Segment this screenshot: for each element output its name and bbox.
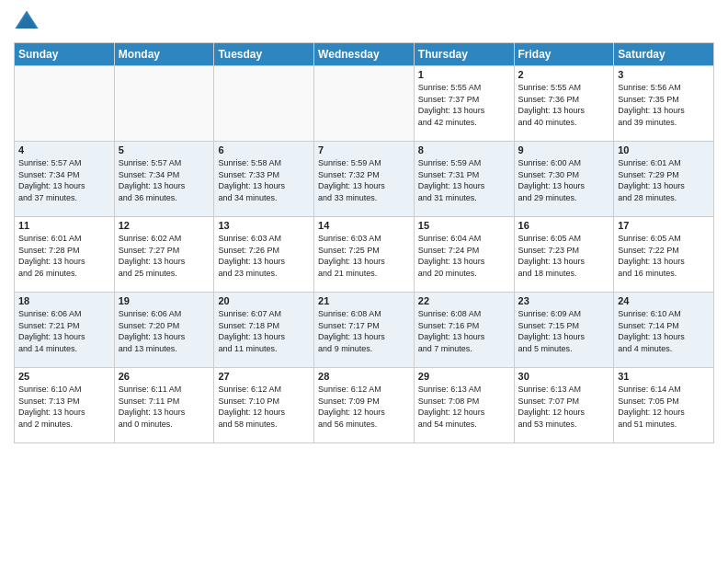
- calendar-cell: 26Sunrise: 6:11 AM Sunset: 7:11 PM Dayli…: [114, 368, 214, 443]
- day-info: Sunrise: 5:55 AM Sunset: 7:37 PM Dayligh…: [418, 82, 510, 128]
- week-row-3: 11Sunrise: 6:01 AM Sunset: 7:28 PM Dayli…: [15, 217, 714, 293]
- day-number: 20: [218, 295, 310, 306]
- day-number: 3: [618, 69, 710, 80]
- day-number: 22: [418, 295, 510, 306]
- day-info: Sunrise: 5:57 AM Sunset: 7:34 PM Dayligh…: [18, 157, 110, 203]
- calendar-cell: 5Sunrise: 5:57 AM Sunset: 7:34 PM Daylig…: [114, 142, 214, 217]
- day-info: Sunrise: 6:14 AM Sunset: 7:05 PM Dayligh…: [618, 384, 710, 430]
- day-info: Sunrise: 6:04 AM Sunset: 7:24 PM Dayligh…: [418, 233, 510, 279]
- day-number: 13: [218, 220, 310, 231]
- week-row-2: 4Sunrise: 5:57 AM Sunset: 7:34 PM Daylig…: [15, 142, 714, 217]
- day-info: Sunrise: 6:11 AM Sunset: 7:11 PM Dayligh…: [119, 384, 210, 430]
- calendar-cell: 27Sunrise: 6:12 AM Sunset: 7:10 PM Dayli…: [214, 368, 314, 443]
- day-info: Sunrise: 6:12 AM Sunset: 7:10 PM Dayligh…: [218, 384, 310, 430]
- calendar-cell: 4Sunrise: 5:57 AM Sunset: 7:34 PM Daylig…: [15, 142, 115, 217]
- calendar-cell: 31Sunrise: 6:14 AM Sunset: 7:05 PM Dayli…: [614, 368, 714, 443]
- calendar-cell: 25Sunrise: 6:10 AM Sunset: 7:13 PM Dayli…: [15, 368, 115, 443]
- calendar-cell: 15Sunrise: 6:04 AM Sunset: 7:24 PM Dayli…: [414, 217, 514, 293]
- day-info: Sunrise: 6:05 AM Sunset: 7:23 PM Dayligh…: [518, 233, 610, 279]
- day-number: 1: [418, 69, 510, 80]
- day-info: Sunrise: 6:07 AM Sunset: 7:18 PM Dayligh…: [218, 308, 310, 354]
- day-info: Sunrise: 6:02 AM Sunset: 7:27 PM Dayligh…: [119, 233, 210, 279]
- calendar-cell: 8Sunrise: 5:59 AM Sunset: 7:31 PM Daylig…: [414, 142, 514, 217]
- day-number: 21: [318, 295, 410, 306]
- day-number: 8: [418, 144, 510, 155]
- day-header-tuesday: Tuesday: [214, 43, 314, 66]
- day-number: 30: [518, 371, 610, 382]
- calendar-cell: 1Sunrise: 5:55 AM Sunset: 7:37 PM Daylig…: [414, 66, 514, 142]
- day-number: 17: [618, 220, 710, 231]
- day-info: Sunrise: 6:13 AM Sunset: 7:08 PM Dayligh…: [418, 384, 510, 430]
- day-info: Sunrise: 6:10 AM Sunset: 7:14 PM Dayligh…: [618, 308, 710, 354]
- calendar-cell: 14Sunrise: 6:03 AM Sunset: 7:25 PM Dayli…: [314, 217, 415, 293]
- calendar-cell: 13Sunrise: 6:03 AM Sunset: 7:26 PM Dayli…: [214, 217, 314, 293]
- day-number: 15: [418, 220, 510, 231]
- day-number: 29: [418, 371, 510, 382]
- day-number: 5: [119, 144, 210, 155]
- day-info: Sunrise: 6:01 AM Sunset: 7:29 PM Dayligh…: [618, 157, 710, 203]
- calendar-cell: 12Sunrise: 6:02 AM Sunset: 7:27 PM Dayli…: [114, 217, 214, 293]
- calendar-cell: 10Sunrise: 6:01 AM Sunset: 7:29 PM Dayli…: [614, 142, 714, 217]
- day-info: Sunrise: 5:59 AM Sunset: 7:31 PM Dayligh…: [418, 157, 510, 203]
- week-row-5: 25Sunrise: 6:10 AM Sunset: 7:13 PM Dayli…: [15, 368, 714, 443]
- day-info: Sunrise: 6:03 AM Sunset: 7:26 PM Dayligh…: [218, 233, 310, 279]
- day-info: Sunrise: 5:59 AM Sunset: 7:32 PM Dayligh…: [318, 157, 410, 203]
- day-info: Sunrise: 5:57 AM Sunset: 7:34 PM Dayligh…: [119, 157, 210, 203]
- day-header-monday: Monday: [114, 43, 214, 66]
- calendar-cell: 29Sunrise: 6:13 AM Sunset: 7:08 PM Dayli…: [414, 368, 514, 443]
- calendar-cell: 7Sunrise: 5:59 AM Sunset: 7:32 PM Daylig…: [314, 142, 415, 217]
- day-header-friday: Friday: [514, 43, 614, 66]
- calendar-cell: 6Sunrise: 5:58 AM Sunset: 7:33 PM Daylig…: [214, 142, 314, 217]
- day-info: Sunrise: 6:08 AM Sunset: 7:17 PM Dayligh…: [318, 308, 410, 354]
- day-header-wednesday: Wednesday: [314, 43, 415, 66]
- day-number: 14: [318, 220, 410, 231]
- calendar-cell: [214, 66, 314, 142]
- day-number: 7: [318, 144, 410, 155]
- day-number: 9: [518, 144, 610, 155]
- calendar-cell: 3Sunrise: 5:56 AM Sunset: 7:35 PM Daylig…: [614, 66, 714, 142]
- calendar-cell: 30Sunrise: 6:13 AM Sunset: 7:07 PM Dayli…: [514, 368, 614, 443]
- day-number: 28: [318, 371, 410, 382]
- day-header-thursday: Thursday: [414, 43, 514, 66]
- day-info: Sunrise: 6:06 AM Sunset: 7:21 PM Dayligh…: [18, 308, 110, 354]
- day-info: Sunrise: 6:13 AM Sunset: 7:07 PM Dayligh…: [518, 384, 610, 430]
- day-info: Sunrise: 5:56 AM Sunset: 7:35 PM Dayligh…: [618, 82, 710, 128]
- page: SundayMondayTuesdayWednesdayThursdayFrid…: [0, 0, 728, 563]
- day-number: 31: [618, 371, 710, 382]
- day-number: 27: [218, 371, 310, 382]
- day-info: Sunrise: 6:03 AM Sunset: 7:25 PM Dayligh…: [318, 233, 410, 279]
- day-number: 25: [18, 371, 110, 382]
- week-row-4: 18Sunrise: 6:06 AM Sunset: 7:21 PM Dayli…: [15, 293, 714, 368]
- day-number: 19: [119, 295, 210, 306]
- day-number: 12: [119, 220, 210, 231]
- day-info: Sunrise: 5:58 AM Sunset: 7:33 PM Dayligh…: [218, 157, 310, 203]
- day-info: Sunrise: 6:00 AM Sunset: 7:30 PM Dayligh…: [518, 157, 610, 203]
- day-info: Sunrise: 6:09 AM Sunset: 7:15 PM Dayligh…: [518, 308, 610, 354]
- day-number: 11: [18, 220, 110, 231]
- calendar-cell: [114, 66, 214, 142]
- day-number: 4: [18, 144, 110, 155]
- day-info: Sunrise: 6:08 AM Sunset: 7:16 PM Dayligh…: [418, 308, 510, 354]
- day-info: Sunrise: 6:05 AM Sunset: 7:22 PM Dayligh…: [618, 233, 710, 279]
- day-number: 18: [18, 295, 110, 306]
- day-header-sunday: Sunday: [15, 43, 115, 66]
- calendar-cell: 23Sunrise: 6:09 AM Sunset: 7:15 PM Dayli…: [514, 293, 614, 368]
- day-header-saturday: Saturday: [614, 43, 714, 66]
- calendar-cell: [15, 66, 115, 142]
- day-number: 24: [618, 295, 710, 306]
- calendar-table: SundayMondayTuesdayWednesdayThursdayFrid…: [14, 42, 714, 443]
- day-number: 23: [518, 295, 610, 306]
- calendar-cell: 22Sunrise: 6:08 AM Sunset: 7:16 PM Dayli…: [414, 293, 514, 368]
- header: [14, 9, 714, 35]
- header-row: SundayMondayTuesdayWednesdayThursdayFrid…: [15, 43, 714, 66]
- calendar-cell: 19Sunrise: 6:06 AM Sunset: 7:20 PM Dayli…: [114, 293, 214, 368]
- day-number: 26: [119, 371, 210, 382]
- day-info: Sunrise: 6:01 AM Sunset: 7:28 PM Dayligh…: [18, 233, 110, 279]
- week-row-1: 1Sunrise: 5:55 AM Sunset: 7:37 PM Daylig…: [15, 66, 714, 142]
- day-number: 2: [518, 69, 610, 80]
- calendar-cell: 28Sunrise: 6:12 AM Sunset: 7:09 PM Dayli…: [314, 368, 415, 443]
- logo-icon: [14, 9, 40, 35]
- day-info: Sunrise: 6:10 AM Sunset: 7:13 PM Dayligh…: [18, 384, 110, 430]
- logo: [14, 9, 43, 35]
- calendar-cell: 20Sunrise: 6:07 AM Sunset: 7:18 PM Dayli…: [214, 293, 314, 368]
